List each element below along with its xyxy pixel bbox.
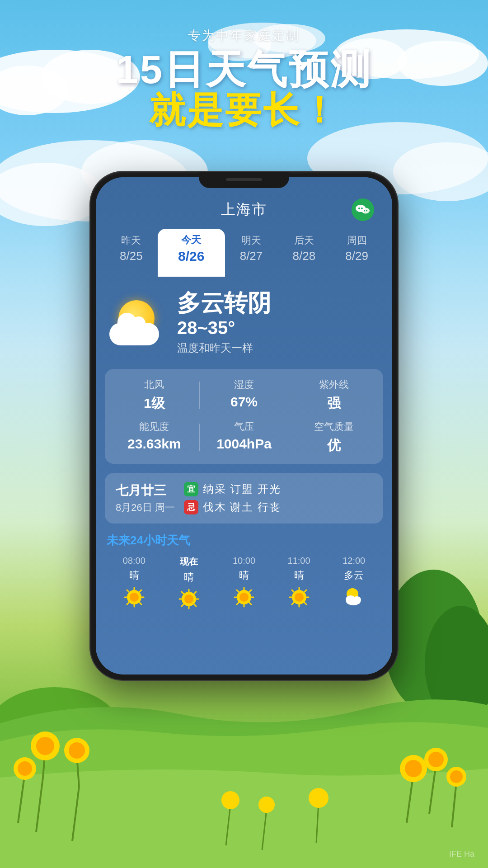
tab-today-date: 8/26 [165,249,218,264]
forecast-section: 未来24小时天气 08:00 晴 [96,533,392,615]
calendar-bad-row: 忌 伐木 谢土 行丧 [184,500,372,514]
aqi-value: 优 [289,436,379,455]
partly-cloudy-icon [109,300,168,345]
fc-time-1000: 10:00 [216,556,272,566]
tab-day-after[interactable]: 后天 8/28 [277,234,330,263]
detail-visibility: 能见度 23.63km [109,420,199,455]
forecast-item-0800: 08:00 晴 [107,556,162,610]
svg-point-46 [358,208,360,209]
humidity-label: 湿度 [199,378,289,392]
tab-day-after-date: 8/28 [277,249,330,263]
svg-line-87 [292,590,294,592]
svg-point-31 [405,760,422,777]
svg-line-60 [127,603,129,604]
details-row-2: 能见度 23.63km 气压 1004hPa 空气质量 优 [109,420,379,455]
pressure-value: 1004hPa [199,436,289,452]
svg-point-25 [69,742,85,759]
svg-point-41 [258,797,275,813]
svg-line-89 [305,590,306,592]
wechat-icon[interactable] [352,198,374,221]
subtitle-text: 专为中年家庭定制 [188,27,300,44]
svg-point-37 [450,770,463,783]
svg-point-52 [130,593,139,602]
detail-wind: 北风 1级 [109,378,199,413]
svg-line-88 [305,603,306,604]
svg-line-69 [194,592,196,594]
detail-humidity: 湿度 67% [199,378,289,413]
detail-uv: 紫外线 强 [289,378,379,413]
tab-yesterday-date: 8/25 [105,249,158,263]
uv-value: 强 [289,394,379,413]
fc-time-1100: 11:00 [272,556,327,566]
temperature-range: 28~35° [177,318,379,338]
notch [199,172,289,188]
fc-desc-1000: 晴 [216,569,272,582]
svg-line-70 [182,604,183,606]
weather-info: 多云转阴 28~35° 温度和昨天一样 [173,290,379,355]
fc-desc-now: 晴 [162,571,217,584]
tab-thu[interactable]: 周四 8/29 [330,234,383,263]
fc-desc-1100: 晴 [272,569,327,582]
tab-yesterday-label: 昨天 [105,234,158,247]
weather-icon-wrap [109,300,173,345]
svg-point-82 [295,593,304,602]
watermark: IFE Ha [449,849,474,859]
dash-left [146,36,183,36]
svg-point-34 [428,752,444,767]
speaker-grille [226,178,262,181]
phone-inner: 上海市 [96,177,392,675]
weather-description: 多云转阴 [177,290,379,316]
weather-main: 多云转阴 28~35° 温度和昨天一样 [96,281,392,360]
wind-label: 北风 [109,378,199,392]
calendar-left: 七月廿三 8月26日 周一 [116,482,175,514]
subtitle-line: 专为中年家庭定制 [0,27,488,44]
wind-value: 1级 [109,394,199,413]
fc-time-0800: 08:00 [107,556,162,566]
svg-line-90 [292,603,294,604]
solar-date: 8月26日 周一 [116,501,175,514]
tab-yesterday[interactable]: 昨天 8/25 [105,234,158,263]
sub-title: 就是要长！ [0,90,488,130]
fc-icon-1000 [233,586,255,609]
svg-line-57 [127,590,129,592]
tab-today[interactable]: 今天 8/26 [158,229,225,277]
svg-point-39 [221,791,239,809]
forecast-item-1100: 11:00 晴 [272,556,327,610]
svg-point-21 [36,737,54,755]
forecast-title: 未来24小时天气 [107,533,381,548]
uv-label: 紫外线 [289,378,379,392]
svg-line-67 [182,592,183,594]
city-row: 上海市 [96,200,392,220]
bad-badge: 忌 [184,500,198,514]
calendar-right: 宜 纳采 订盟 开光 忌 伐木 谢土 行丧 [184,482,372,514]
temperature-note: 温度和昨天一样 [177,341,379,355]
tab-tomorrow[interactable]: 明天 8/27 [225,234,278,263]
day-tabs: 昨天 8/25 今天 8/26 明天 8/27 后天 8/28 [96,229,392,268]
forecast-item-1200: 12:00 多云 [326,556,381,610]
fc-time-now: 现在 [162,556,217,568]
good-badge: 宜 [184,482,198,496]
svg-line-78 [249,603,251,604]
cloud-shape [109,323,159,345]
svg-point-48 [361,208,370,214]
bad-items: 伐木 谢土 行丧 [203,500,281,514]
header-area: 专为中年家庭定制 15日天气预测 就是要长！ [0,27,488,130]
good-items: 纳采 订盟 开光 [203,482,281,496]
tab-tomorrow-label: 明天 [225,234,278,247]
svg-point-50 [366,210,367,211]
fc-icon-0800 [123,586,145,609]
phone-mockup: 上海市 [90,172,398,680]
tab-tomorrow-date: 8/27 [225,249,278,263]
svg-line-58 [140,603,141,604]
svg-point-43 [309,788,328,808]
pressure-label: 气压 [199,420,289,434]
phone-outer: 上海市 [90,172,398,680]
fc-desc-0800: 晴 [107,569,162,582]
calendar-good-row: 宜 纳采 订盟 开光 [184,482,372,496]
svg-point-72 [239,593,249,602]
svg-line-77 [237,590,239,592]
fc-time-1200: 12:00 [326,556,381,566]
svg-line-79 [249,590,251,592]
forecast-scroll: 08:00 晴 [107,556,381,610]
phone-screen: 上海市 [96,177,392,675]
